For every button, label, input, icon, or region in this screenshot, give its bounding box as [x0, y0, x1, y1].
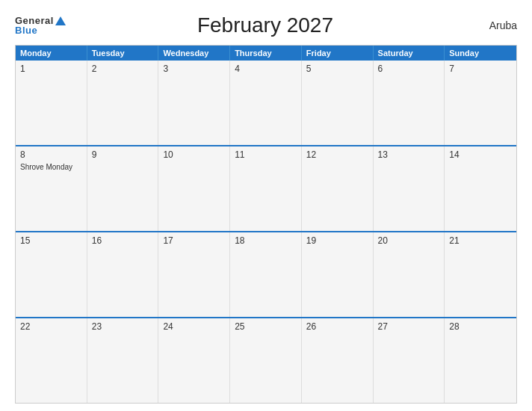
day-cell-9: 9: [87, 146, 159, 231]
day-cell-16: 16: [87, 232, 159, 317]
day-number: 27: [378, 321, 440, 332]
day-cell-6: 6: [374, 61, 445, 145]
day-number: 18: [235, 235, 297, 246]
day-cell-28: 28: [445, 318, 516, 403]
header: General Blue February 2027 Aruba: [15, 13, 517, 37]
day-number: 12: [306, 149, 368, 160]
day-header-sunday: Sunday: [445, 46, 516, 61]
day-cell-3: 3: [158, 61, 230, 145]
day-cell-4: 4: [230, 61, 302, 145]
day-cell-11: 11: [230, 146, 302, 231]
day-cell-18: 18: [230, 232, 302, 317]
day-cell-12: 12: [302, 146, 374, 231]
day-cell-1: 1: [16, 61, 87, 145]
day-number: 22: [20, 321, 82, 332]
day-number: 28: [449, 321, 512, 332]
calendar-grid: MondayTuesdayWednesdayThursdayFridaySatu…: [15, 45, 517, 404]
day-number: 15: [20, 235, 82, 246]
day-number: 14: [449, 149, 512, 160]
day-header-thursday: Thursday: [230, 46, 302, 61]
day-number: 26: [306, 321, 368, 332]
day-cell-24: 24: [158, 318, 230, 403]
day-number: 24: [163, 321, 225, 332]
day-cell-27: 27: [374, 318, 445, 403]
day-number: 7: [449, 64, 512, 74]
day-number: 16: [92, 235, 154, 246]
day-number: 3: [163, 64, 225, 74]
day-cell-14: 14: [445, 146, 516, 231]
day-cell-8: 8Shrove Monday: [16, 146, 87, 231]
logo: General Blue: [15, 16, 66, 35]
page: General Blue February 2027 Aruba MondayT…: [0, 0, 532, 411]
day-cell-7: 7: [445, 61, 516, 145]
day-cell-15: 15: [16, 232, 87, 317]
day-cell-2: 2: [87, 61, 159, 145]
day-number: 1: [20, 64, 82, 74]
day-event: Shrove Monday: [20, 163, 72, 171]
day-number: 20: [378, 235, 440, 246]
week-row-3: 15161718192021: [16, 231, 516, 317]
day-number: 17: [163, 235, 225, 246]
day-number: 5: [306, 64, 368, 74]
day-number: 9: [92, 149, 154, 160]
day-number: 23: [92, 321, 154, 332]
logo-triangle-icon: [55, 16, 66, 25]
day-cell-19: 19: [302, 232, 374, 317]
day-cell-5: 5: [302, 61, 374, 145]
day-number: 19: [306, 235, 368, 246]
day-number: 8: [20, 149, 82, 160]
day-header-saturday: Saturday: [374, 46, 445, 61]
day-number: 13: [378, 149, 440, 160]
day-cell-26: 26: [302, 318, 374, 403]
logo-blue-text: Blue: [15, 25, 66, 35]
location-label: Aruba: [465, 19, 517, 31]
day-cell-23: 23: [87, 318, 159, 403]
day-cell-25: 25: [230, 318, 302, 403]
weeks-container: 12345678Shrove Monday9101112131415161718…: [16, 61, 516, 403]
day-header-monday: Monday: [16, 46, 87, 61]
day-cell-20: 20: [374, 232, 445, 317]
day-number: 4: [235, 64, 297, 74]
week-row-2: 8Shrove Monday91011121314: [16, 145, 516, 231]
day-header-wednesday: Wednesday: [158, 46, 230, 61]
day-number: 25: [235, 321, 297, 332]
day-headers-row: MondayTuesdayWednesdayThursdayFridaySatu…: [16, 46, 516, 61]
day-number: 2: [92, 64, 154, 74]
day-number: 10: [163, 149, 225, 160]
day-header-tuesday: Tuesday: [87, 46, 159, 61]
week-row-4: 22232425262728: [16, 317, 516, 403]
day-cell-13: 13: [374, 146, 445, 231]
day-number: 21: [449, 235, 512, 246]
day-number: 11: [235, 149, 297, 160]
day-cell-17: 17: [158, 232, 230, 317]
week-row-1: 1234567: [16, 61, 516, 145]
day-cell-21: 21: [445, 232, 516, 317]
calendar-title: February 2027: [66, 13, 465, 37]
day-cell-10: 10: [158, 146, 230, 231]
day-cell-22: 22: [16, 318, 87, 403]
day-number: 6: [378, 64, 440, 74]
day-header-friday: Friday: [302, 46, 374, 61]
